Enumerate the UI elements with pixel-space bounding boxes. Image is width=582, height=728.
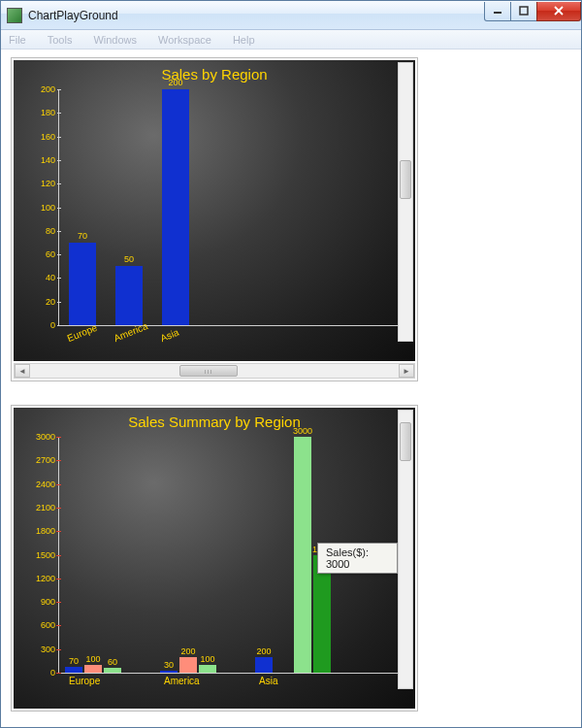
scrollbar-thumb[interactable] [400, 160, 411, 199]
y-axis-tick: 1800 [30, 526, 55, 536]
y-axis-tick: 3000 [30, 432, 55, 442]
x-axis-category: Asia [259, 676, 277, 686]
chart-panel-1: Sales by Region 020406080100120140160180… [11, 57, 418, 381]
bar-value-label: 200 [156, 78, 195, 87]
maximize-icon [519, 6, 529, 16]
client-area: Sales by Region 020406080100120140160180… [1, 50, 581, 727]
y-axis-tick: 40 [30, 273, 55, 282]
bar-value-label: 70 [63, 231, 102, 241]
y-axis-tick: 300 [30, 645, 55, 654]
titlebar-left: ChartPlayGround [7, 8, 118, 23]
bar[interactable] [199, 665, 216, 673]
chart-panel-2: Sales Summary by Region 0300600900120015… [11, 405, 418, 711]
vertical-scrollbar[interactable] [398, 410, 413, 689]
app-icon [7, 8, 22, 23]
close-button[interactable] [536, 2, 581, 21]
window-title: ChartPlayGround [28, 9, 118, 22]
menu-item[interactable]: Workspace [158, 34, 211, 46]
y-axis-tick: 20 [30, 297, 55, 307]
chart-surface: Sales by Region 020406080100120140160180… [14, 60, 415, 361]
bar-value-label: 60 [93, 657, 132, 667]
menu-item[interactable]: Windows [93, 34, 137, 46]
bar-value-label: 3000 [283, 426, 322, 436]
x-axis-category: Asia [159, 327, 180, 344]
y-axis-tick: 1200 [30, 574, 55, 583]
bar[interactable] [255, 657, 273, 673]
y-axis-tick: 2700 [30, 455, 55, 465]
scrollbar-thumb[interactable] [400, 422, 411, 461]
menubar: File Tools Windows Workspace Help [1, 30, 581, 50]
x-axis-category: Europe [69, 676, 100, 686]
scrollbar-thumb[interactable]: ııı [179, 365, 238, 377]
y-axis-tick: 60 [30, 249, 55, 259]
scroll-right-arrow[interactable]: ► [399, 364, 414, 378]
y-axis-tick: 900 [30, 597, 55, 607]
bar[interactable] [115, 266, 143, 325]
chart-title: Sales Summary by Region [14, 414, 415, 430]
bar[interactable] [162, 89, 189, 325]
x-axis-category: America [164, 676, 200, 686]
x-axis-category: Europe [66, 322, 99, 344]
horizontal-scrollbar[interactable]: ◄ ııı ► [14, 363, 415, 379]
chart-title: Sales by Region [14, 66, 415, 83]
bar-value-label: 100 [188, 654, 227, 664]
svg-rect-1 [520, 7, 528, 15]
y-axis-tick: 600 [30, 620, 55, 630]
scroll-left-arrow[interactable]: ◄ [15, 364, 30, 378]
y-axis-tick: 0 [30, 320, 55, 330]
vertical-scrollbar[interactable] [398, 62, 413, 342]
bar[interactable] [65, 667, 82, 673]
titlebar[interactable]: ChartPlayGround [1, 1, 581, 30]
bar[interactable] [294, 437, 311, 673]
close-icon [553, 6, 565, 16]
y-axis-tick: 1500 [30, 550, 55, 560]
window-controls [485, 2, 581, 21]
y-axis-tick: 160 [30, 132, 55, 142]
chart-plot-area[interactable]: 02040608010012014016018020070Europe50Ame… [58, 89, 398, 326]
maximize-button[interactable] [510, 2, 537, 21]
bar-value-label: 200 [244, 646, 283, 656]
y-axis-tick: 0 [30, 668, 55, 678]
y-axis-tick: 2100 [30, 503, 55, 513]
minimize-icon [493, 6, 502, 16]
menu-item[interactable]: Tools [48, 34, 73, 46]
y-axis-tick: 200 [30, 84, 55, 94]
minimize-button[interactable] [484, 2, 511, 21]
menu-item[interactable]: Help [233, 34, 255, 46]
bar-value-label: 50 [110, 254, 148, 264]
y-axis-tick: 80 [30, 226, 55, 236]
chart-tooltip: Sales($): 3000 [317, 543, 398, 574]
chart-plot-area[interactable]: 0300600900120015001800210024002700300070… [58, 437, 398, 674]
y-axis-tick: 120 [30, 179, 55, 188]
bar[interactable] [104, 668, 121, 673]
y-axis-tick: 100 [30, 203, 55, 213]
y-axis-tick: 180 [30, 108, 55, 117]
y-axis-tick: 140 [30, 155, 55, 165]
bar[interactable] [160, 671, 178, 673]
chart-surface: Sales Summary by Region 0300600900120015… [14, 408, 415, 709]
bar[interactable] [69, 243, 96, 325]
y-axis-tick: 2400 [30, 480, 55, 489]
app-window: ChartPlayGround File Tools Windows Works… [0, 0, 582, 728]
menu-item[interactable]: File [9, 34, 26, 46]
